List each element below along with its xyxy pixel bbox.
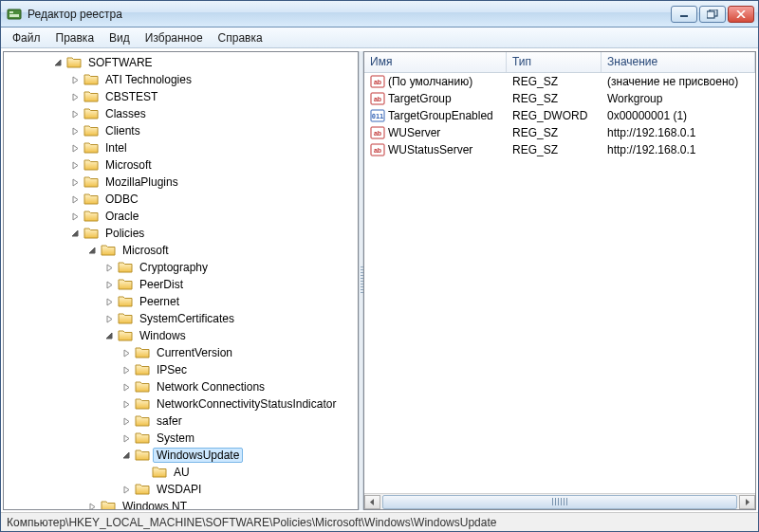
- tree-item-cryptography[interactable]: Cryptography: [4, 259, 358, 276]
- tree-item-mozilla[interactable]: MozillaPlugins: [4, 174, 358, 191]
- tree-label[interactable]: ODBC: [102, 192, 142, 207]
- tree-label[interactable]: SOFTWARE: [84, 55, 157, 70]
- tree-label[interactable]: CurrentVersion: [153, 345, 236, 360]
- expand-toggle-icon[interactable]: [120, 380, 133, 394]
- menu-edit[interactable]: Правка: [48, 29, 102, 46]
- tree-label[interactable]: ATI Technologies: [102, 72, 195, 87]
- expand-toggle-icon[interactable]: [85, 500, 99, 510]
- scroll-track[interactable]: [380, 495, 739, 509]
- tree-item-peernet[interactable]: Peernet: [4, 293, 358, 310]
- tree-label[interactable]: MozillaPlugins: [102, 174, 182, 190]
- expand-toggle-icon[interactable]: [68, 73, 82, 86]
- menu-help[interactable]: Справка: [211, 29, 270, 46]
- close-button[interactable]: [728, 6, 754, 23]
- tree-item-windows[interactable]: Windows: [4, 327, 358, 344]
- tree-item-classes[interactable]: Classes: [4, 105, 358, 122]
- expand-toggle-icon[interactable]: [68, 141, 82, 155]
- tree-item-wsdapi[interactable]: WSDAPI: [4, 481, 358, 498]
- tree-label[interactable]: Windows NT: [119, 499, 191, 510]
- column-header-name[interactable]: Имя: [364, 52, 507, 72]
- tree-item-ati[interactable]: ATI Technologies: [4, 71, 358, 88]
- tree-label[interactable]: safer: [153, 413, 186, 429]
- tree-item-policies[interactable]: Policies: [4, 225, 358, 242]
- tree-item-pol_microsoft[interactable]: Microsoft: [4, 242, 358, 259]
- tree-label[interactable]: NetworkConnectivityStatusIndicator: [153, 396, 340, 412]
- expand-toggle-icon[interactable]: [68, 107, 82, 120]
- tree-panel[interactable]: SOFTWAREATI TechnologiesCBSTESTClassesCl…: [3, 51, 359, 510]
- expand-toggle-icon[interactable]: [68, 158, 82, 172]
- tree-item-microsoft[interactable]: Microsoft: [4, 156, 358, 174]
- expand-toggle-icon[interactable]: [120, 363, 133, 376]
- minimize-button[interactable]: [671, 6, 697, 23]
- expand-toggle-icon[interactable]: [68, 193, 82, 206]
- expand-toggle-icon[interactable]: [102, 295, 116, 308]
- horizontal-scrollbar[interactable]: [364, 493, 755, 509]
- tree-item-windowsnt[interactable]: Windows NT: [4, 498, 358, 510]
- tree-item-system[interactable]: System: [4, 430, 358, 447]
- collapse-toggle-icon[interactable]: [68, 227, 82, 240]
- tree-label[interactable]: Microsoft: [102, 157, 156, 173]
- tree-item-intel[interactable]: Intel: [4, 139, 358, 156]
- tree-item-windowsupdate[interactable]: WindowsUpdate: [4, 447, 358, 464]
- tree-item-oracle[interactable]: Oracle: [4, 208, 358, 225]
- tree-label[interactable]: SystemCertificates: [136, 311, 238, 326]
- expand-toggle-icon[interactable]: [102, 312, 116, 325]
- tree-label[interactable]: Clients: [102, 123, 144, 138]
- column-header-type[interactable]: Тип: [507, 52, 602, 72]
- expand-toggle-icon[interactable]: [102, 261, 116, 274]
- tree-label[interactable]: AU: [170, 465, 194, 480]
- menu-favorites[interactable]: Избранное: [138, 29, 211, 46]
- tree-label[interactable]: CBSTEST: [102, 89, 161, 104]
- expand-toggle-icon[interactable]: [68, 175, 82, 189]
- collapse-toggle-icon[interactable]: [51, 56, 65, 69]
- tree-label[interactable]: Policies: [102, 226, 148, 241]
- column-header-value[interactable]: Значение: [602, 52, 755, 72]
- expand-toggle-icon[interactable]: [68, 124, 82, 138]
- menu-file[interactable]: Файл: [5, 29, 48, 46]
- value-row[interactable]: 011TargetGroupEnabledREG_DWORD0x00000001…: [364, 107, 755, 124]
- tree-label[interactable]: Oracle: [102, 209, 142, 224]
- collapse-toggle-icon[interactable]: [120, 449, 133, 462]
- menu-view[interactable]: Вид: [102, 29, 138, 46]
- tree-item-currentversion[interactable]: CurrentVersion: [4, 344, 358, 361]
- value-row[interactable]: abTargetGroupREG_SZWorkgroup: [364, 90, 755, 107]
- expand-toggle-icon[interactable]: [68, 210, 82, 223]
- expand-toggle-icon[interactable]: [120, 397, 133, 411]
- expand-toggle-icon[interactable]: [102, 278, 116, 291]
- list-body[interactable]: ab(По умолчанию)REG_SZ(значение не присв…: [364, 73, 755, 493]
- collapse-toggle-icon[interactable]: [85, 244, 99, 257]
- tree-item-safer[interactable]: safer: [4, 413, 358, 430]
- tree-item-odbc[interactable]: ODBC: [4, 191, 358, 208]
- tree-label[interactable]: Intel: [102, 140, 131, 156]
- scroll-left-arrow[interactable]: [364, 495, 380, 509]
- expand-toggle-icon[interactable]: [120, 483, 133, 496]
- tree-item-ncsi[interactable]: NetworkConnectivityStatusIndicator: [4, 395, 358, 413]
- tree-item-peerdist[interactable]: PeerDist: [4, 276, 358, 293]
- tree-label[interactable]: Cryptography: [136, 260, 212, 275]
- tree-item-ipsec[interactable]: IPSec: [4, 361, 358, 378]
- tree-label[interactable]: Microsoft: [119, 243, 173, 258]
- scroll-right-arrow[interactable]: [739, 495, 755, 509]
- tree-item-software[interactable]: SOFTWARE: [4, 54, 358, 71]
- tree-item-netconn[interactable]: Network Connections: [4, 378, 358, 395]
- tree-label[interactable]: Network Connections: [153, 379, 268, 394]
- collapse-toggle-icon[interactable]: [102, 329, 116, 342]
- tree-label[interactable]: IPSec: [153, 362, 191, 377]
- expand-toggle-icon[interactable]: [120, 414, 133, 428]
- expand-toggle-icon[interactable]: [120, 346, 133, 359]
- value-row[interactable]: abWUServerREG_SZhttp://192.168.0.1: [364, 124, 755, 141]
- tree-item-syscerts[interactable]: SystemCertificates: [4, 310, 358, 327]
- expand-toggle-icon[interactable]: [68, 90, 82, 103]
- tree-label[interactable]: PeerDist: [136, 277, 187, 292]
- tree-label[interactable]: Peernet: [136, 294, 183, 309]
- tree-label[interactable]: WindowsUpdate: [153, 448, 243, 463]
- expand-toggle-icon[interactable]: [120, 431, 133, 445]
- tree-item-cbstest[interactable]: CBSTEST: [4, 88, 358, 105]
- value-row[interactable]: abWUStatusServerREG_SZhttp://192.168.0.1: [364, 141, 755, 158]
- maximize-button[interactable]: [699, 6, 726, 23]
- tree-label[interactable]: Windows: [136, 328, 190, 343]
- tree-item-au[interactable]: AU: [4, 464, 358, 481]
- tree-item-clients[interactable]: Clients: [4, 122, 358, 139]
- tree-label[interactable]: Classes: [102, 106, 150, 121]
- splitter[interactable]: [359, 51, 363, 510]
